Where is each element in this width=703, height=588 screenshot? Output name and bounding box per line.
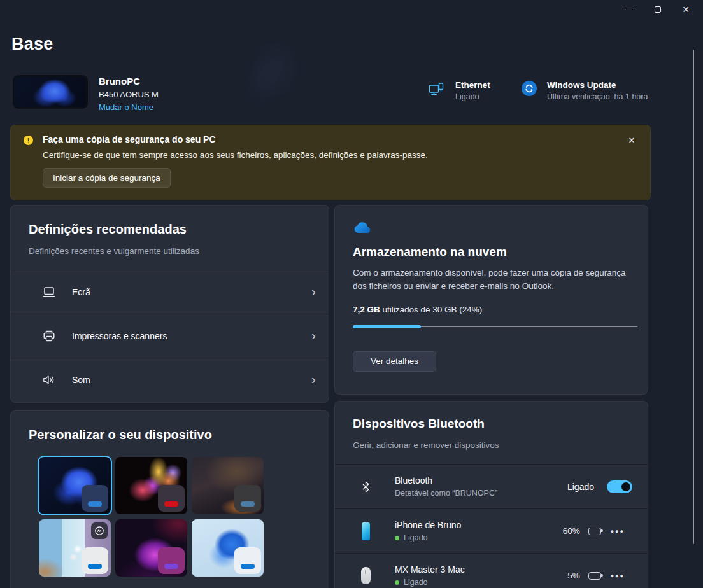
theme-accent-tile — [82, 485, 108, 512]
warning-icon: ! — [24, 136, 33, 145]
maximize-icon — [655, 6, 661, 13]
bluetooth-toggle-row: Bluetooth Detetável como “BRUNOPC” Ligad… — [335, 464, 648, 508]
device-row-status: Ligado — [404, 578, 428, 587]
mouse-icon — [361, 567, 371, 584]
theme-tiles — [39, 457, 306, 577]
speaker-icon — [41, 372, 57, 388]
bluetooth-card: Dispositivos Bluetooth Gerir, adicionar … — [334, 401, 648, 588]
cloud-usage-progressbar — [353, 325, 637, 328]
banner-close-button[interactable]: ✕ — [622, 132, 641, 148]
device-row-name: MX Master 3 Mac — [395, 564, 465, 575]
settings-row-printers[interactable]: Impressoras e scanners › — [11, 314, 329, 358]
cloud-usage-text: 7,2 GB utilizados de 30 GB (24%) — [353, 305, 630, 314]
backup-banner: ! Faça uma cópia de segurança do seu PC … — [10, 125, 651, 200]
chevron-right-icon: › — [311, 284, 316, 300]
chevron-right-icon: › — [311, 372, 316, 388]
printer-icon — [41, 328, 57, 344]
recommended-subtitle: Definições recentes e vulgarmente utiliz… — [29, 246, 311, 256]
device-wallpaper-thumbnail — [13, 75, 88, 109]
ethernet-icon — [428, 80, 446, 99]
theme-tile-spotlight-collage[interactable] — [39, 519, 111, 577]
theme-tile-night-sky[interactable] — [192, 457, 264, 514]
settings-row-display[interactable]: Ecrã › — [11, 270, 329, 314]
toggle-knob — [621, 482, 630, 491]
theme-tile-purple-glow[interactable] — [115, 519, 187, 577]
windows-update-icon — [521, 80, 537, 97]
device-row-statusline: Ligado — [395, 533, 461, 542]
bluetooth-device-row-mouse[interactable]: MX Master 3 Mac Ligado 5% ●●● — [335, 553, 648, 588]
settings-row-label: Som — [72, 375, 90, 385]
theme-accent-pill — [164, 501, 178, 507]
windows-update-title: Windows Update — [547, 80, 648, 90]
windows-update-status[interactable]: Windows Update Última verificação: há 1 … — [521, 80, 648, 101]
laptop-display-icon — [41, 284, 57, 300]
theme-tile-light-bloom[interactable] — [192, 519, 264, 577]
theme-accent-pill — [88, 501, 102, 507]
bluetooth-label: Bluetooth — [395, 475, 497, 486]
banner-close-icon: ✕ — [628, 136, 636, 145]
ethernet-state: Ligado — [455, 92, 490, 101]
bluetooth-toggle-texts: Bluetooth Detetável como “BRUNOPC” — [395, 475, 497, 498]
recommended-title: Definições recomendadas — [29, 222, 311, 237]
settings-row-sound[interactable]: Som › — [11, 358, 329, 402]
bluetooth-toggle-state: Ligado — [567, 482, 594, 492]
more-options-button[interactable]: ●●● — [609, 570, 626, 582]
bluetooth-discoverable-text: Detetável como “BRUNOPC” — [395, 489, 497, 498]
close-button[interactable]: ✕ — [671, 0, 700, 19]
device-row-name: iPhone de Bruno — [395, 520, 461, 530]
recommended-header: Definições recomendadas Definições recen… — [11, 206, 329, 256]
bluetooth-title: Dispositivos Bluetooth — [353, 417, 630, 431]
connected-status-dot — [395, 580, 399, 585]
see-details-button[interactable]: Ver detalhes — [353, 351, 436, 372]
bluetooth-toggle[interactable] — [607, 480, 632, 493]
banner-title: Faça uma cópia de segurança do seu PC — [43, 134, 216, 144]
start-backup-button[interactable]: Iniciar a cópia de segurança — [43, 168, 171, 188]
maximize-button[interactable] — [643, 0, 672, 19]
personalize-card: Personalizar o seu dispositivo — [10, 410, 329, 588]
phone-icon — [362, 522, 370, 540]
bluetooth-rows: Bluetooth Detetável como “BRUNOPC” Ligad… — [335, 464, 648, 588]
cloud-usage-rest: utilizados de 30 GB (24%) — [380, 305, 483, 314]
device-row-statusline: Ligado — [395, 578, 465, 587]
settings-window: ✕ Base BrunoPC B450 AORUS M Mudar o Nome… — [0, 0, 703, 588]
theme-accent-tile — [158, 547, 185, 574]
banner-description: Certifique-se de que tem sempre acesso a… — [43, 150, 428, 160]
recommended-settings-card: Definições recomendadas Definições recen… — [10, 205, 329, 403]
bluetooth-device-row-iphone[interactable]: iPhone de Bruno Ligado 60% ●●● — [335, 508, 648, 553]
battery-percent: 5% — [567, 571, 580, 580]
theme-tile-abstract-flower[interactable] — [115, 457, 187, 514]
onedrive-cloud-icon — [353, 221, 630, 235]
rename-device-link[interactable]: Mudar o Nome — [99, 102, 159, 112]
bluetooth-subtitle: Gerir, adicionar e remover dispositivos — [353, 440, 630, 450]
device-header: BrunoPC B450 AORUS M Mudar o Nome — [13, 75, 159, 112]
theme-accent-pill — [241, 564, 255, 569]
theme-accent-tile — [234, 485, 261, 512]
cloud-storage-card: Armazenamento na nuvem Com o armazenamen… — [334, 205, 648, 395]
settings-row-label: Impressoras e scanners — [72, 331, 167, 341]
background-watermark — [223, 25, 318, 121]
windows-spotlight-icon — [91, 522, 108, 539]
windows-update-texts: Windows Update Última verificação: há 1 … — [547, 80, 648, 101]
ethernet-status[interactable]: Ethernet Ligado — [428, 80, 490, 101]
minimize-button[interactable] — [614, 0, 643, 19]
chevron-right-icon: › — [311, 328, 316, 344]
theme-accent-pill — [241, 501, 255, 507]
theme-accent-tile — [82, 547, 108, 574]
theme-accent-tile — [234, 547, 261, 574]
progress-fill — [353, 325, 421, 328]
vertical-scrollbar[interactable] — [693, 50, 695, 544]
bluetooth-icon — [353, 480, 378, 493]
theme-tile-dark-bloom[interactable] — [39, 457, 111, 514]
ethernet-texts: Ethernet Ligado — [455, 80, 490, 101]
cloud-usage-amount: 7,2 GB — [353, 305, 380, 314]
settings-row-label: Ecrã — [72, 287, 90, 297]
battery-percent: 60% — [563, 526, 580, 536]
theme-accent-tile — [158, 485, 185, 512]
cloud-storage-title: Armazenamento na nuvem — [353, 245, 630, 259]
device-row-status: Ligado — [404, 533, 428, 542]
more-options-button[interactable]: ●●● — [609, 526, 626, 537]
close-icon: ✕ — [682, 5, 690, 14]
theme-accent-pill — [164, 564, 178, 569]
minimize-icon — [625, 10, 632, 10]
ethernet-title: Ethernet — [455, 80, 490, 90]
